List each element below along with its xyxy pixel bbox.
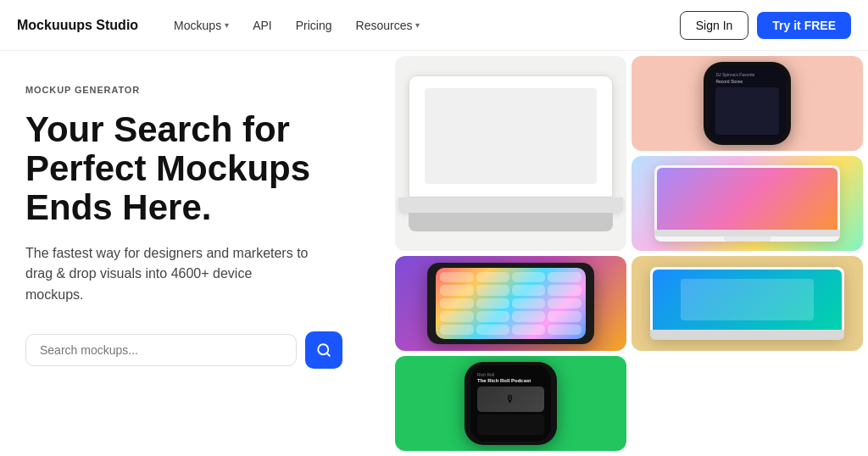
hero-grid: DJ Spinna's Favorite Record Stores: [390, 51, 868, 456]
search-button[interactable]: [305, 331, 342, 369]
navbar: Mockuuups Studio Mockups ▾ API Pricing R…: [0, 0, 868, 51]
nav-links: Mockups ▾ API Pricing Resources ▾: [164, 14, 680, 37]
device-pink-phone: DJ Spinna's Favorite Record Stores: [704, 62, 792, 146]
mockup-card-tablet-colorful: [395, 256, 626, 351]
main-content: Mockup Generator Your Search for Perfect…: [0, 51, 868, 456]
nav-api[interactable]: API: [242, 14, 282, 37]
device-tablet: [427, 263, 594, 343]
nav-mockups[interactable]: Mockups ▾: [164, 14, 239, 37]
mockup-card-phone-green: Rich Roll The Rich Roll Podcast 🎙: [395, 356, 626, 451]
hero-title: Your Search for Perfect Mockups Ends Her…: [25, 110, 364, 228]
signin-button[interactable]: Sign In: [680, 11, 749, 40]
mockup-card-imac-colorful: [632, 156, 863, 251]
hero-subtitle: The fastest way for designers and market…: [25, 243, 314, 306]
mockup-card-laptop-orange: [632, 256, 863, 351]
nav-resources[interactable]: Resources ▾: [346, 14, 431, 37]
try-free-button[interactable]: Try it FREE: [757, 12, 851, 39]
device-white-laptop: [409, 75, 612, 231]
search-input-wrap[interactable]: [25, 334, 297, 366]
mockup-card-phone-pink: DJ Spinna's Favorite Record Stores: [632, 56, 863, 151]
chevron-icon-2: ▾: [415, 20, 420, 30]
device-green-phone: Rich Roll The Rich Roll Podcast 🎙: [465, 362, 557, 446]
search-icon: [316, 342, 331, 358]
chevron-icon: ▾: [225, 20, 229, 30]
hero-tag: Mockup Generator: [25, 85, 364, 95]
nav-pricing[interactable]: Pricing: [286, 14, 342, 37]
svg-line-1: [326, 353, 329, 355]
search-row: [25, 331, 364, 369]
nav-logo[interactable]: Mockuuups Studio: [17, 18, 138, 33]
device-imac: [654, 165, 839, 242]
hero-left: Mockup Generator Your Search for Perfect…: [0, 51, 390, 456]
nav-right: Sign In Try it FREE: [680, 11, 851, 40]
device-laptop-orange: [650, 267, 844, 339]
search-input[interactable]: [40, 343, 282, 357]
mockup-card-laptop-white: [395, 56, 626, 251]
